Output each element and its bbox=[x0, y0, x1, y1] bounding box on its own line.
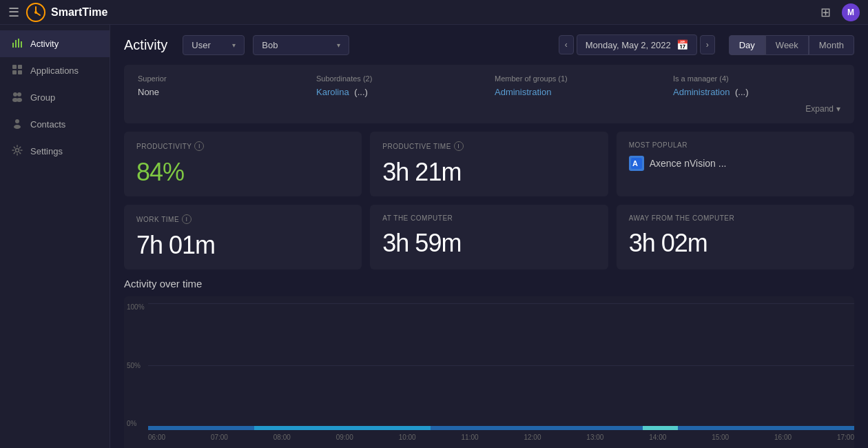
sidebar: Activity Applications Group Contacts Set… bbox=[0, 25, 110, 448]
info-grid: Superior None Subordinates (2) Karolina … bbox=[138, 74, 840, 97]
svg-point-15 bbox=[14, 125, 21, 129]
tab-month[interactable]: Month bbox=[809, 35, 854, 55]
sidebar-label-group: Group bbox=[30, 92, 55, 103]
productive-time-card: PRODUCTIVE TIME i 3h 21m bbox=[370, 132, 608, 196]
svg-rect-4 bbox=[18, 39, 19, 48]
svg-point-11 bbox=[17, 92, 21, 96]
sidebar-item-group[interactable]: Group bbox=[0, 84, 110, 111]
settings-icon bbox=[11, 145, 23, 158]
at-computer-value: 3h 59m bbox=[382, 229, 595, 258]
app-badge: A Axence nVision ... bbox=[629, 156, 842, 171]
subordinates-more: (...) bbox=[354, 87, 368, 97]
sidebar-item-settings[interactable]: Settings bbox=[0, 138, 110, 165]
manager-more: (...) bbox=[735, 87, 749, 97]
away-computer-label: AWAY FROM THE COMPUTER bbox=[629, 214, 842, 222]
productivity-card: PRODUCTIVITY i 84% bbox=[124, 132, 362, 196]
svg-point-10 bbox=[13, 92, 17, 96]
svg-rect-5 bbox=[21, 41, 22, 48]
main-layout: Activity Applications Group Contacts Set… bbox=[0, 25, 868, 448]
sidebar-item-applications[interactable]: Applications bbox=[0, 57, 110, 84]
at-computer-label: AT THE COMPUTER bbox=[382, 214, 595, 222]
chart-container: 100% 50% 0% 06:00 07:00 08:00 09:00 10:0… bbox=[124, 296, 854, 448]
member-value: Administration bbox=[495, 87, 662, 97]
productive-time-label: PRODUCTIVE TIME i bbox=[382, 141, 595, 151]
page-title: Activity bbox=[124, 37, 167, 53]
logo-text: SmartTime bbox=[51, 6, 107, 19]
timeline-segment bbox=[148, 426, 254, 430]
user-type-label: User bbox=[192, 40, 210, 50]
work-time-card: WORK TIME i 7h 01m bbox=[124, 205, 362, 269]
productivity-value: 84% bbox=[136, 158, 349, 187]
timeline-segment bbox=[431, 426, 643, 430]
main-content: Activity User ▾ Bob ▾ ‹ Monday, May 2, 2… bbox=[110, 25, 868, 448]
superior-section: Superior None bbox=[138, 74, 305, 97]
member-label: Member of groups (1) bbox=[495, 74, 662, 83]
avatar[interactable]: M bbox=[842, 3, 860, 21]
prev-date-button[interactable]: ‹ bbox=[559, 35, 574, 54]
productivity-label: PRODUCTIVITY i bbox=[136, 141, 349, 151]
subordinates-link[interactable]: Karolina bbox=[316, 87, 349, 97]
at-computer-card: AT THE COMPUTER 3h 59m bbox=[370, 205, 608, 269]
date-display: Monday, May 2, 2022 📅 bbox=[577, 34, 697, 55]
subordinates-section: Subordinates (2) Karolina (...) bbox=[316, 74, 484, 97]
x-label-06: 06:00 bbox=[148, 434, 165, 441]
calendar-icon[interactable]: 📅 bbox=[676, 39, 688, 50]
svg-text:A: A bbox=[632, 159, 638, 167]
app-name: Axence nVision ... bbox=[650, 158, 727, 169]
away-computer-card: AWAY FROM THE COMPUTER 3h 02m bbox=[617, 205, 854, 269]
svg-rect-8 bbox=[12, 70, 17, 74]
x-label-12: 12:00 bbox=[524, 434, 541, 441]
member-link[interactable]: Administration bbox=[495, 87, 551, 97]
manager-label: Is a manager (4) bbox=[673, 74, 840, 83]
tab-week[interactable]: Week bbox=[765, 35, 809, 55]
x-label-10: 10:00 bbox=[399, 434, 416, 441]
tab-day[interactable]: Day bbox=[729, 35, 765, 55]
stats-row-2: WORK TIME i 7h 01m AT THE COMPUTER 3h 59… bbox=[124, 205, 854, 269]
productive-time-value: 3h 21m bbox=[382, 158, 595, 187]
most-popular-label: MOST POPULAR bbox=[629, 141, 842, 149]
timeline-segment bbox=[254, 426, 431, 430]
productive-time-info-icon[interactable]: i bbox=[454, 141, 464, 151]
work-time-info-icon[interactable]: i bbox=[182, 214, 192, 224]
sidebar-label-settings: Settings bbox=[30, 146, 63, 156]
svg-point-16 bbox=[16, 149, 19, 152]
expand-arrow-icon: ▾ bbox=[836, 104, 840, 114]
x-label-17: 17:00 bbox=[837, 434, 854, 441]
subordinates-label: Subordinates (2) bbox=[316, 74, 484, 83]
x-label-11: 11:00 bbox=[462, 434, 479, 441]
sidebar-label-contacts: Contacts bbox=[30, 119, 65, 130]
chart-bars bbox=[148, 303, 854, 427]
sidebar-item-contacts[interactable]: Contacts bbox=[0, 111, 110, 138]
manager-value: Administration (...) bbox=[673, 87, 840, 97]
user-select-dropdown[interactable]: Bob ▾ bbox=[253, 35, 349, 55]
y-label-100: 100% bbox=[127, 303, 145, 311]
svg-rect-3 bbox=[15, 40, 17, 48]
chart-title: Activity over time bbox=[124, 278, 854, 289]
svg-rect-9 bbox=[18, 70, 22, 74]
x-label-08: 08:00 bbox=[273, 434, 291, 441]
productivity-info-icon[interactable]: i bbox=[194, 141, 204, 151]
logo: SmartTime bbox=[26, 3, 820, 22]
manager-link[interactable]: Administration bbox=[673, 87, 730, 97]
contacts-icon bbox=[11, 118, 23, 131]
x-label-07: 07:00 bbox=[211, 434, 228, 441]
activity-icon bbox=[11, 37, 23, 50]
date-navigation: ‹ Monday, May 2, 2022 📅 › bbox=[559, 34, 715, 55]
date-text: Monday, May 2, 2022 bbox=[586, 40, 671, 50]
logo-icon bbox=[26, 3, 45, 22]
user-type-dropdown[interactable]: User ▾ bbox=[183, 35, 245, 55]
sidebar-item-activity[interactable]: Activity bbox=[0, 30, 110, 57]
expand-button[interactable]: Expand ▾ bbox=[138, 104, 840, 114]
svg-rect-6 bbox=[12, 65, 17, 69]
x-label-16: 16:00 bbox=[774, 434, 792, 441]
grid-icon[interactable]: ⊞ bbox=[820, 5, 831, 20]
group-icon bbox=[11, 91, 23, 104]
hamburger-menu[interactable]: ☰ bbox=[8, 5, 19, 20]
superior-label: Superior bbox=[138, 74, 305, 83]
content-header: Activity User ▾ Bob ▾ ‹ Monday, May 2, 2… bbox=[110, 25, 868, 65]
svg-point-14 bbox=[15, 119, 19, 123]
timeline-segment bbox=[643, 426, 678, 430]
work-time-label: WORK TIME i bbox=[136, 214, 349, 224]
y-axis-labels: 100% 50% 0% bbox=[124, 303, 147, 427]
next-date-button[interactable]: › bbox=[700, 35, 715, 54]
